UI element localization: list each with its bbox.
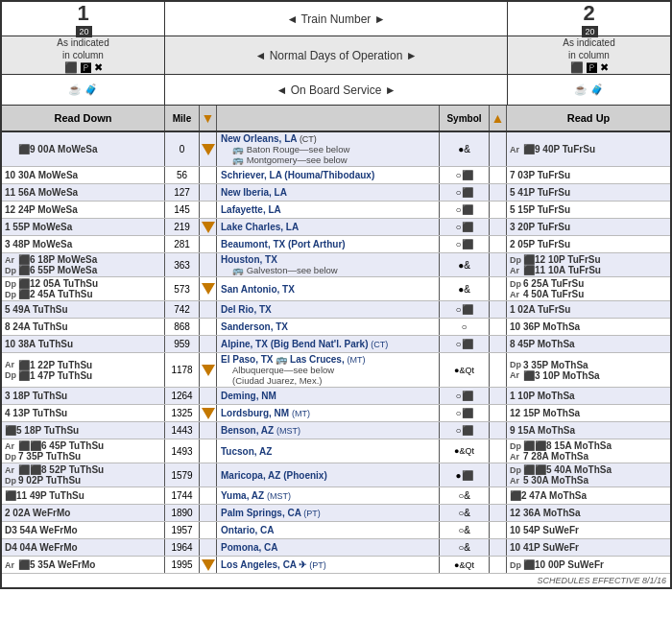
right-time-line2: Ar 7 28A MoThSa [510, 451, 667, 462]
right-time-col: 2 05P TuFrSu [507, 236, 670, 252]
dp-right: Dp [510, 465, 521, 475]
table-row: ⬛5 18P TuThSu 1443 Benson, AZ (MST) ○⬛ 9… [2, 422, 670, 439]
table-row: Ar ⬛⬛6 45P TuThSu Dp 7 35P TuThSu 1493 T… [2, 439, 670, 463]
p-icon: 🅿 [81, 62, 91, 74]
dp-ar-left: Dp [5, 279, 16, 289]
table-row: 2 02A WeFrMo 1890 Palm Springs, CA (PT) … [2, 505, 670, 522]
mile-col: 1178 [165, 353, 200, 387]
arrow-up-col [490, 505, 507, 521]
on-board-row: ☕ 🧳 ◄ On Board Service ► ☕ 🧳 [2, 75, 670, 106]
station-name: Pomona, CA [221, 542, 435, 553]
arrow-col [200, 202, 217, 218]
arrow-col [200, 301, 217, 318]
time-right: ⬛2 47A MoThSa [510, 490, 587, 501]
train2-col: 220 [507, 2, 670, 36]
left-time-col: D3 54A WeFrMo [2, 522, 165, 538]
as-indicated-left-text: As indicatedin column [57, 36, 108, 61]
time-right: 9 15A MoThSa [510, 425, 575, 436]
dp-right: Dp [510, 360, 521, 369]
time-right2: 7 28A MoThSa [523, 451, 588, 462]
dp-right: Dp [510, 441, 521, 451]
mile-col: 1443 [165, 422, 200, 439]
station-col: Schriever, LA (Houma/Thibodaux) [217, 167, 440, 183]
as-indicated-right-text: As indicatedin column [563, 36, 614, 61]
dp-ar-left2: Dp [5, 476, 16, 486]
symbol-col: ○⬛ [440, 388, 490, 404]
dp-ar-left: Ar [5, 360, 16, 369]
station-sub2: (Ciudad Juarez, Mex.) [221, 375, 435, 386]
arrow-down-icon [202, 283, 215, 295]
left-time-line: 2 02A WeFrMo [5, 508, 161, 518]
right-time-col: ⬛2 47A MoThSa [507, 487, 670, 504]
table-row: 10 38A TuThSu 959 Alpine, TX (Big Bend N… [2, 336, 670, 353]
coffee-icon-right: ☕ [574, 83, 588, 96]
right-time-line2: Ar 5 30A MoThSa [510, 475, 667, 486]
train1-col: 120 [2, 2, 165, 36]
time-left: ⬛9 00A MoWeSa [18, 144, 98, 154]
station-name: Benson, AZ (MST) [221, 425, 435, 436]
left-time-col: 8 24A TuThSu [2, 319, 165, 335]
right-time-line: Dp ⬛12 10P TuFrSu [510, 254, 667, 265]
table-row: 1 55P MoWeSa 219 Lake Charles, LA ○⬛ 3 2… [2, 219, 670, 236]
time-right: 5 41P TuFrSu [510, 187, 570, 198]
station-name: Los Angeles, CA ✈ (PT) [221, 559, 435, 570]
time-left: 10 30A MoWeSa [5, 170, 78, 180]
dp-ar-left2: Dp [5, 266, 16, 275]
station-col: Del Rio, TX [217, 301, 440, 318]
time-right2: ⬛11 10A TuFrSu [523, 265, 601, 275]
mile-col: 959 [165, 336, 200, 352]
station-col: Pomona, CA [217, 539, 440, 556]
left-time-line: ⬛9 00A MoWeSa [5, 144, 161, 154]
dp-ar-left2: Dp [5, 370, 16, 380]
arrow-col [200, 463, 217, 486]
mile-col: 573 [165, 277, 200, 300]
train1-badge: 20 [76, 26, 91, 37]
arrow-col [200, 539, 217, 556]
dp-ar-left2: Dp [5, 452, 16, 462]
right-time-col: 5 41P TuFrSu [507, 184, 670, 201]
arrow-up-col [490, 277, 507, 300]
on-board-center: ◄ On Board Service ► [165, 75, 507, 105]
right-time-line: Dp ⬛⬛5 40A MoThSa [510, 464, 667, 475]
train-number-label: ◄ Train Number ► [286, 12, 385, 26]
left-time-col: 2 02A WeFrMo [2, 505, 165, 521]
icons-left: ⬛ 🅿 ✖ [64, 61, 103, 74]
time-right: 2 05P TuFrSu [510, 239, 570, 249]
left-time-line2: Dp 7 35P TuThSu [5, 451, 161, 462]
arrow-col [200, 319, 217, 335]
station-name: Lafayette, LA [221, 204, 435, 215]
left-time-line: 3 48P MoWeSa [5, 239, 161, 249]
ch-arrow-down: ▼ [200, 106, 217, 131]
arrow-up-col [490, 463, 507, 486]
mile-col: 1325 [165, 405, 200, 421]
left-time-col: Ar ⬛5 35A WeFrMo [2, 557, 165, 573]
arrow-up-col [490, 253, 507, 276]
right-time-line2: Ar ⬛3 10P MoThSa [510, 370, 667, 381]
p-icon-right: 🅿 [587, 62, 597, 74]
time-right: 3 35P MoThSa [523, 360, 588, 370]
time-right: 8 45P MoThSa [510, 339, 575, 349]
left-time-line: 1 55P MoWeSa [5, 222, 161, 232]
station-name: Lake Charles, LA [221, 222, 435, 232]
right-time-line: 2 05P TuFrSu [510, 239, 667, 249]
symbol-col: ○& [440, 505, 490, 521]
ar-right: Ar [510, 290, 521, 299]
station-col: Yuma, AZ (MST) [217, 487, 440, 504]
symbol-col: ○ [440, 319, 490, 335]
left-time-col: Ar ⬛6 18P MoWeSa Dp ⬛6 55P MoWeSa [2, 253, 165, 276]
symbol-col: ●& [440, 277, 490, 300]
time-left: 10 38A TuThSu [5, 339, 73, 349]
symbol-col: ○⬛ [440, 184, 490, 201]
station-name: Beaumont, TX (Port Arthur) [221, 239, 435, 249]
bag-icon-right: 🧳 [590, 83, 604, 96]
time-right: 1 10P MoThSa [510, 391, 575, 401]
right-time-line: 10 36P MoThSa [510, 321, 667, 332]
ch-symbol: Symbol [440, 106, 490, 131]
arrow-up-col [490, 219, 507, 235]
mile-col: 1493 [165, 439, 200, 463]
arrow-col [200, 505, 217, 521]
station-col: New Orleans, LA (CT) 🚌 Baton Rouge—see b… [217, 132, 440, 166]
ar-right: Ar [510, 452, 521, 462]
arrow-col [200, 439, 217, 463]
arrow-up-col [490, 522, 507, 538]
